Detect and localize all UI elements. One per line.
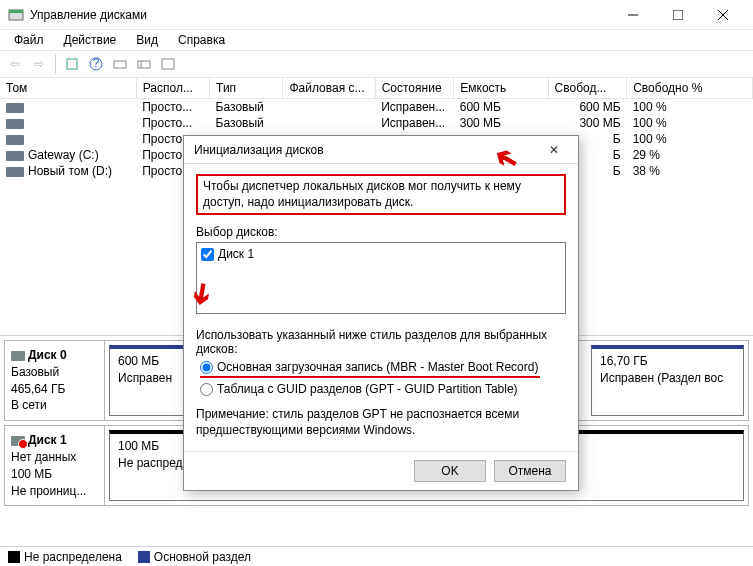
menu-view[interactable]: Вид (128, 31, 166, 49)
table-row[interactable]: Просто...БазовыйИсправен...600 МБ600 МБ1… (0, 99, 753, 116)
disk1-checkbox-row[interactable]: Диск 1 (201, 247, 561, 261)
col-tom[interactable]: Том (0, 78, 136, 99)
toolbar-btn-3[interactable] (109, 53, 131, 75)
gpt-label: Таблица с GUID разделов (GPT - GUID Part… (217, 382, 518, 396)
disk1-label: Диск 1 Нет данных 100 МБ Не проиниц... (5, 426, 105, 505)
svg-rect-1 (9, 10, 23, 13)
app-icon (8, 7, 24, 23)
dialog-title: Инициализация дисков (194, 143, 540, 157)
toolbar-btn-4[interactable] (133, 53, 155, 75)
ok-button[interactable]: OK (414, 460, 486, 482)
close-button[interactable] (700, 1, 745, 29)
legend-primary-box (138, 551, 150, 563)
toolbar-btn-help[interactable]: ? (85, 53, 107, 75)
col-cap[interactable]: Емкость (454, 78, 548, 99)
volume-icon (6, 151, 24, 161)
svg-text:?: ? (93, 57, 100, 70)
menu-help[interactable]: Справка (170, 31, 233, 49)
disk1-checkbox[interactable] (201, 248, 214, 261)
table-row[interactable]: Просто...БазовыйИсправен...300 МБ300 МБ1… (0, 115, 753, 131)
maximize-button[interactable] (655, 1, 700, 29)
legend-primary: Основной раздел (154, 550, 251, 564)
disk1-label: Диск 1 (218, 247, 254, 261)
disk0-partition-1[interactable]: 600 МБ Исправен (109, 345, 189, 416)
volume-icon (6, 119, 24, 129)
svg-rect-3 (673, 10, 683, 20)
disk-select-label: Выбор дисков: (196, 225, 566, 239)
col-state[interactable]: Состояние (375, 78, 454, 99)
toolbar-btn-1[interactable] (61, 53, 83, 75)
disk-error-icon (11, 436, 25, 446)
cancel-button[interactable]: Отмена (494, 460, 566, 482)
col-rasp[interactable]: Распол... (136, 78, 209, 99)
forward-button[interactable]: ⇨ (28, 53, 50, 75)
toolbar: ⇦ ⇨ ? (0, 50, 753, 78)
mbr-label: Основная загрузочная запись (MBR - Maste… (217, 360, 538, 374)
mbr-radio-row[interactable]: Основная загрузочная запись (MBR - Maste… (200, 360, 540, 378)
menu-action[interactable]: Действие (56, 31, 125, 49)
back-button[interactable]: ⇦ (4, 53, 26, 75)
legend-unalloc: Не распределена (24, 550, 122, 564)
dialog-message: Чтобы диспетчер локальных дисков мог пол… (196, 174, 566, 215)
col-free[interactable]: Свобод... (548, 78, 627, 99)
disk-icon (11, 351, 25, 361)
menu-file[interactable]: Файл (6, 31, 52, 49)
disk0-label: Диск 0 Базовый 465,64 ГБ В сети (5, 341, 105, 420)
toolbar-btn-5[interactable] (157, 53, 179, 75)
gpt-radio-row[interactable]: Таблица с GUID разделов (GPT - GUID Part… (200, 382, 566, 396)
dialog-close-button[interactable]: ✕ (540, 139, 568, 161)
window-title: Управление дисками (30, 8, 610, 22)
col-freepct[interactable]: Свободно % (627, 78, 753, 99)
legend-unalloc-box (8, 551, 20, 563)
col-fs[interactable]: Файловая с... (283, 78, 375, 99)
col-tip[interactable]: Тип (210, 78, 283, 99)
volume-icon (6, 103, 24, 113)
annotation-arrow-2: ➔ (186, 280, 218, 308)
init-disk-dialog: Инициализация дисков ✕ Чтобы диспетчер л… (183, 135, 579, 491)
dialog-note: Примечание: стиль разделов GPT не распоз… (196, 406, 566, 438)
partition-style-label: Использовать указанный ниже стиль раздел… (196, 328, 566, 356)
gpt-radio[interactable] (200, 383, 213, 396)
disk0-partition-2[interactable]: 16,70 ГБ Исправен (Раздел вос (591, 345, 744, 416)
menubar: Файл Действие Вид Справка (0, 30, 753, 50)
svg-rect-6 (67, 59, 77, 69)
legend: Не распределена Основной раздел (0, 546, 753, 566)
svg-rect-10 (138, 61, 150, 68)
disk-select-box: Диск 1 (196, 242, 566, 314)
volume-icon (6, 135, 24, 145)
volume-icon (6, 167, 24, 177)
titlebar: Управление дисками (0, 0, 753, 30)
svg-rect-12 (162, 59, 174, 69)
svg-rect-9 (114, 61, 126, 68)
mbr-radio[interactable] (200, 361, 213, 374)
toolbar-separator (55, 54, 56, 74)
minimize-button[interactable] (610, 1, 655, 29)
